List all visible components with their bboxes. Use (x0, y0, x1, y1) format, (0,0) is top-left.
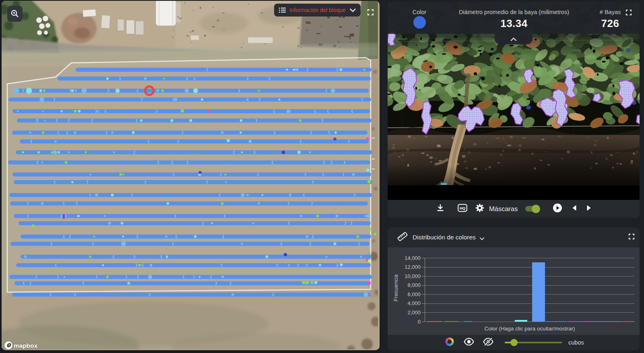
svg-text:mapbox: mapbox (14, 342, 38, 349)
svg-text:HQ: HQ (460, 206, 465, 210)
